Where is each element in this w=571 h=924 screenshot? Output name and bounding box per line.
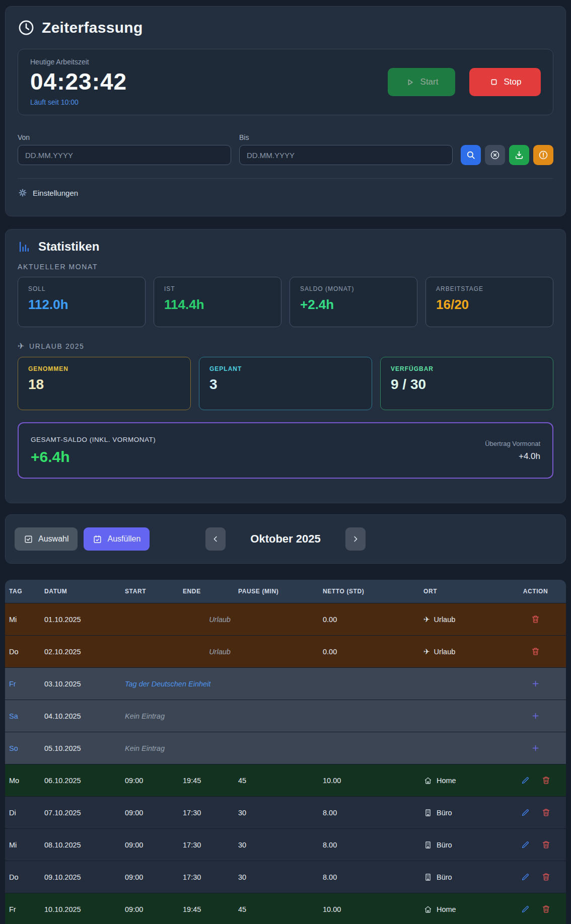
ende-cell: 19:45 <box>179 905 234 913</box>
vacation-box-value: 3 <box>209 376 362 393</box>
ort-label: Home <box>437 777 456 785</box>
actions-cell <box>505 776 566 785</box>
actions-cell <box>505 647 566 656</box>
delete-entry-button[interactable] <box>541 872 551 882</box>
stop-button[interactable]: Stop <box>469 68 541 96</box>
edit-entry-button[interactable] <box>521 776 530 785</box>
day-cell: Mi <box>5 841 40 849</box>
stat-value: 114.4h <box>164 297 271 313</box>
home-icon <box>423 905 433 914</box>
table-body: Mi 01.10.2025 Urlaub 0.00 ✈Urlaub Do 02.… <box>5 603 566 924</box>
stat-value: 112.0h <box>28 297 135 313</box>
pencil-icon <box>521 776 530 785</box>
download-button[interactable] <box>509 145 529 165</box>
stat-box: SOLL 112.0h <box>18 277 146 327</box>
card-header: Zeiterfassung <box>18 17 553 39</box>
total-saldo-value: +6.4h <box>31 448 156 466</box>
column-header: TAG <box>5 588 40 595</box>
fill-button-label: Ausfüllen <box>107 534 140 544</box>
trash-icon <box>541 776 551 785</box>
add-entry-button[interactable] <box>531 679 540 688</box>
select-button[interactable]: Auswahl <box>15 527 78 551</box>
note-cell: Urlaub <box>121 615 319 624</box>
ort-label: Urlaub <box>434 648 456 656</box>
column-header: ORT <box>419 588 505 595</box>
vacation-box-value: 9 / 30 <box>391 376 543 393</box>
delete-entry-button[interactable] <box>531 614 540 624</box>
statistics-header: Statistiken <box>18 240 553 254</box>
trash-icon <box>541 808 551 817</box>
toolbar-card: Auswahl Ausfüllen Oktober 2025 <box>5 514 566 564</box>
carry-label: Übertrag Vormonat <box>485 440 540 447</box>
note-cell: Kein Eintrag <box>121 744 319 752</box>
ort-label: Büro <box>437 873 452 881</box>
von-date-input[interactable] <box>18 145 231 165</box>
search-button[interactable] <box>461 145 481 165</box>
ort-cell: ✈Urlaub <box>419 615 505 624</box>
add-entry-button[interactable] <box>531 711 540 721</box>
timer-panel: Heutige Arbeitszeit 04:23:42 Läuft seit … <box>18 49 553 115</box>
delete-entry-button[interactable] <box>541 904 551 914</box>
delete-entry-button[interactable] <box>541 808 551 817</box>
timer-value: 04:23:42 <box>30 68 127 95</box>
delete-entry-button[interactable] <box>541 776 551 785</box>
ort-cell: Home <box>419 905 505 914</box>
date-cell: 05.10.2025 <box>40 744 121 752</box>
edit-entry-button[interactable] <box>521 904 530 914</box>
settings-link[interactable]: Einstellungen <box>18 188 553 198</box>
statistics-card: Statistiken AKTUELLER MONAT SOLL 112.0h … <box>5 229 566 503</box>
calendar-check-icon <box>93 534 102 544</box>
fill-button[interactable]: Ausfüllen <box>84 527 150 551</box>
trash-icon <box>541 840 551 850</box>
date-cell: 02.10.2025 <box>40 648 121 656</box>
start-cell: 09:00 <box>121 809 179 817</box>
bis-date-input[interactable] <box>239 145 453 165</box>
building-icon <box>423 808 433 817</box>
edit-entry-button[interactable] <box>521 840 530 850</box>
day-cell: Do <box>5 873 40 881</box>
previous-month-button[interactable] <box>205 527 226 551</box>
home-icon <box>423 776 433 785</box>
start-button[interactable]: Start <box>388 68 455 96</box>
ende-cell: 19:45 <box>179 777 234 785</box>
vacation-section-label: ✈ URLAUB 2025 <box>18 341 553 351</box>
pause-cell: 45 <box>234 905 319 913</box>
edit-entry-button[interactable] <box>521 872 530 882</box>
clear-button[interactable] <box>485 145 505 165</box>
stat-box: ARBEITSTAGE 16/20 <box>425 277 553 327</box>
info-button[interactable] <box>533 145 553 165</box>
carry-value: +4.0h <box>485 451 540 461</box>
stop-button-label: Stop <box>504 77 522 87</box>
von-label: Von <box>18 133 231 141</box>
building-icon <box>423 873 433 882</box>
circle-x-icon <box>489 149 501 161</box>
page-title: Zeiterfassung <box>42 19 143 36</box>
date-cell: 08.10.2025 <box>40 841 121 849</box>
timer-label: Heutige Arbeitszeit <box>30 58 127 66</box>
play-icon <box>405 77 415 88</box>
pause-cell: 30 <box>234 841 319 849</box>
table-row: Di 07.10.2025 09:00 17:30 30 8.00 Büro <box>5 796 566 828</box>
day-cell: Sa <box>5 712 40 720</box>
month-stats-grid: SOLL 112.0h IST 114.4h SALDO (MONAT) +2.… <box>18 277 553 327</box>
stop-icon <box>489 77 499 87</box>
next-month-button[interactable] <box>345 527 366 551</box>
column-header: PAUSE (MIN) <box>234 588 319 595</box>
table-row: Do 02.10.2025 Urlaub 0.00 ✈Urlaub <box>5 635 566 667</box>
stat-label: SOLL <box>28 285 135 292</box>
actions-cell <box>505 743 566 753</box>
edit-entry-button[interactable] <box>521 808 530 817</box>
delete-entry-button[interactable] <box>541 840 551 850</box>
download-icon <box>514 149 525 161</box>
date-cell: 01.10.2025 <box>40 615 121 624</box>
start-button-label: Start <box>420 77 439 87</box>
month-navigation: Oktober 2025 <box>205 527 366 551</box>
vacation-box-label: VERFÜGBAR <box>391 365 543 372</box>
zeiterfassung-card: Zeiterfassung Heutige Arbeitszeit 04:23:… <box>5 6 566 216</box>
column-header: ENDE <box>179 588 234 595</box>
stat-label: IST <box>164 285 271 292</box>
add-entry-button[interactable] <box>531 743 540 753</box>
delete-entry-button[interactable] <box>531 647 540 656</box>
stat-box: IST 114.4h <box>154 277 281 327</box>
bar-chart-icon <box>18 240 31 254</box>
